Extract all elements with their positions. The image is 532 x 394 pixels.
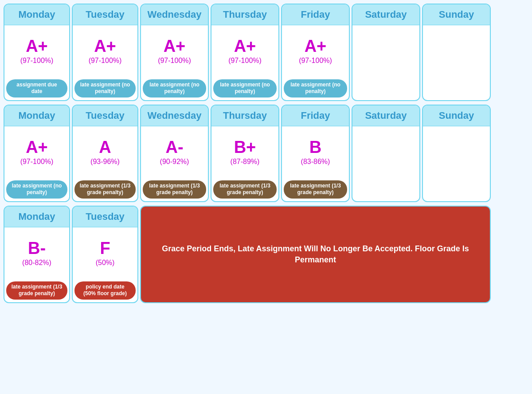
day-footer-r2-mon: late assignment (no penalty) <box>4 178 69 201</box>
grade-letter-r2-thu: B+ <box>234 138 256 157</box>
badge-r2-tue: late assignment (1/3 grade penalty) <box>74 180 136 199</box>
badge-r3-tue: policy end date (50% floor grade) <box>74 281 136 300</box>
grade-letter-r2-mon: A+ <box>26 138 48 157</box>
day-footer-r1-tue: late assignment (no penalty) <box>73 77 137 100</box>
day-header-r2-sun: Sunday <box>423 105 490 126</box>
grade-letter-r2-fri: B <box>309 138 321 157</box>
day-footer-r1-mon: assignment due date <box>4 77 69 100</box>
day-content-r1-fri: A+ (97-100%) <box>297 25 334 77</box>
badge-r1-mon: assignment due date <box>6 79 67 98</box>
day-header-r1-wed: Wednesday <box>141 4 208 25</box>
day-content-r1-mon: A+ (97-100%) <box>19 25 55 77</box>
badge-r3-mon: late assignment (1/3 grade penalty) <box>6 281 67 300</box>
grace-period-message: Grace Period Ends, Late Assignment Will … <box>141 207 490 302</box>
grade-letter-r3-tue: F <box>100 239 110 258</box>
day-header-r1-fri: Friday <box>282 4 349 25</box>
grade-pct-r3-tue: (50%) <box>96 259 115 267</box>
week-row-3: Monday B- (80-82%) late assignment (1/3 … <box>4 206 528 303</box>
day-content-r2-tue: A (93-96%) <box>89 126 121 178</box>
lined-content-r2-sun <box>453 126 460 201</box>
grade-pct-r2-fri: (83-86%) <box>301 158 330 166</box>
grade-pct-r1-thu: (97-100%) <box>228 57 262 65</box>
day-header-r1-sat: Saturday <box>352 4 419 25</box>
grade-letter-r1-wed: A+ <box>164 37 186 56</box>
day-content-r1-thu: A+ (97-100%) <box>227 25 263 77</box>
week-row-2: Monday A+ (97-100%) late assignment (no … <box>4 105 528 202</box>
grade-pct-r1-wed: (97-100%) <box>158 57 191 65</box>
day-header-r3-mon: Monday <box>4 207 69 227</box>
badge-r1-thu: late assignment (no penalty) <box>213 79 277 98</box>
cell-r3-tue: Tuesday F (50%) policy end date (50% flo… <box>72 206 138 303</box>
cell-r1-sat: Saturday <box>352 4 420 101</box>
week-row-1: Monday A+ (97-100%) assignment due date … <box>4 4 528 101</box>
day-header-r1-tue: Tuesday <box>73 4 137 25</box>
grade-letter-r2-tue: A <box>99 138 111 157</box>
lined-content-r1-sat <box>383 25 390 100</box>
badge-r2-thu: late assignment (1/3 grade penalty) <box>213 180 277 199</box>
day-header-r1-thu: Thursday <box>211 4 278 25</box>
day-header-r2-mon: Monday <box>4 105 69 126</box>
grade-pct-r1-mon: (97-100%) <box>20 57 54 65</box>
day-header-r2-fri: Friday <box>282 105 349 126</box>
day-content-r2-thu: B+ (87-89%) <box>229 126 262 178</box>
grade-pct-r1-tue: (97-100%) <box>89 57 122 65</box>
cell-r2-sun: Sunday <box>422 105 491 202</box>
cell-r1-thu: Thursday A+ (97-100%) late assignment (n… <box>211 4 279 101</box>
badge-r1-wed: late assignment (no penalty) <box>143 79 206 98</box>
badge-r2-wed: late assignment (1/3 grade penalty) <box>143 180 206 199</box>
grade-pct-r2-wed: (90-92%) <box>160 158 189 166</box>
cell-r3-mon: Monday B- (80-82%) late assignment (1/3 … <box>4 206 70 303</box>
badge-r2-mon: late assignment (no penalty) <box>6 180 67 199</box>
day-footer-r3-mon: late assignment (1/3 grade penalty) <box>4 279 69 302</box>
cell-r2-tue: Tuesday A (93-96%) late assignment (1/3 … <box>72 105 138 202</box>
cell-r2-wed: Wednesday A- (90-92%) late assignment (1… <box>140 105 209 202</box>
badge-r2-fri: late assignment (1/3 grade penalty) <box>284 180 347 199</box>
day-content-r2-wed: A- (90-92%) <box>158 126 191 178</box>
badge-r1-fri: late assignment (no penalty) <box>284 79 347 98</box>
grade-pct-r2-tue: (93-96%) <box>90 158 120 166</box>
cell-r2-fri: Friday B (83-86%) late assignment (1/3 g… <box>281 105 350 202</box>
day-footer-r2-fri: late assignment (1/3 grade penalty) <box>282 178 349 201</box>
lined-content-r1-sun <box>453 25 460 100</box>
cell-r1-fri: Friday A+ (97-100%) late assignment (no … <box>281 4 350 101</box>
day-content-r2-mon: A+ (97-100%) <box>19 126 55 178</box>
day-header-r3-tue: Tuesday <box>73 207 137 227</box>
grade-letter-r1-mon: A+ <box>26 37 48 56</box>
day-footer-r2-wed: late assignment (1/3 grade penalty) <box>141 178 208 201</box>
day-content-r1-tue: A+ (97-100%) <box>87 25 124 77</box>
lined-content-r2-sat <box>383 126 390 201</box>
day-content-r3-tue: F (50%) <box>94 227 117 279</box>
cell-r2-sat: Saturday <box>352 105 420 202</box>
day-footer-r3-tue: policy end date (50% floor grade) <box>73 279 137 302</box>
cell-r1-wed: Wednesday A+ (97-100%) late assignment (… <box>140 4 209 101</box>
badge-r1-tue: late assignment (no penalty) <box>74 79 136 98</box>
day-header-r2-sat: Saturday <box>352 105 419 126</box>
grade-pct-r2-thu: (87-89%) <box>231 158 260 166</box>
day-footer-r2-tue: late assignment (1/3 grade penalty) <box>73 178 137 201</box>
day-footer-r1-wed: late assignment (no penalty) <box>141 77 208 100</box>
grade-pct-r3-mon: (80-82%) <box>22 259 51 267</box>
main-container: Monday A+ (97-100%) assignment due date … <box>0 0 532 307</box>
day-content-r3-mon: B- (80-82%) <box>20 227 53 279</box>
day-header-r2-thu: Thursday <box>211 105 278 126</box>
day-header-r2-tue: Tuesday <box>73 105 137 126</box>
day-footer-r1-thu: late assignment (no penalty) <box>211 77 278 100</box>
day-header-r2-wed: Wednesday <box>141 105 208 126</box>
grade-letter-r3-mon: B- <box>28 239 46 258</box>
grade-letter-r1-fri: A+ <box>305 37 327 56</box>
day-header-r1-sun: Sunday <box>423 4 490 25</box>
day-content-r1-wed: A+ (97-100%) <box>156 25 193 77</box>
cell-r2-mon: Monday A+ (97-100%) late assignment (no … <box>4 105 70 202</box>
grade-pct-r2-mon: (97-100%) <box>20 158 54 166</box>
cell-r2-thu: Thursday B+ (87-89%) late assignment (1/… <box>211 105 279 202</box>
day-content-r2-fri: B (83-86%) <box>299 126 332 178</box>
day-footer-r1-fri: late assignment (no penalty) <box>282 77 349 100</box>
cell-r1-sun: Sunday <box>422 4 491 101</box>
day-header-r1-mon: Monday <box>4 4 69 25</box>
grade-pct-r1-fri: (97-100%) <box>299 57 332 65</box>
grade-letter-r2-wed: A- <box>165 138 183 157</box>
cell-r1-tue: Tuesday A+ (97-100%) late assignment (no… <box>72 4 138 101</box>
day-footer-r2-thu: late assignment (1/3 grade penalty) <box>211 178 278 201</box>
cell-r1-mon: Monday A+ (97-100%) assignment due date <box>4 4 70 101</box>
grade-letter-r1-tue: A+ <box>94 37 116 56</box>
